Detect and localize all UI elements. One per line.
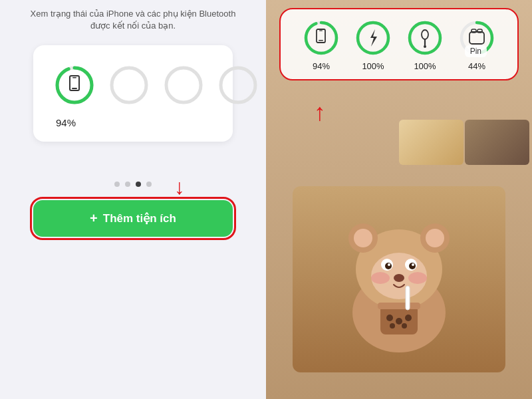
svg-point-18 (422, 30, 428, 39)
battery-circle-left (108, 64, 150, 106)
arrow-down-icon: ↓ (174, 175, 185, 200)
svg-point-45 (386, 315, 393, 321)
left-panel: Xem trạng thái của iPhone và các phụ kiệ… (0, 0, 266, 399)
svg-point-39 (371, 272, 390, 284)
widget-airpod-left-pct: 100% (362, 61, 384, 71)
svg-rect-25 (477, 29, 482, 33)
svg-point-7 (221, 68, 255, 102)
add-widget-button[interactable]: + Thêm tiện ích (33, 200, 233, 237)
battery-widget: 94% 100% (279, 8, 519, 80)
svg-point-46 (396, 318, 402, 325)
svg-point-47 (405, 315, 412, 321)
svg-rect-24 (471, 29, 476, 33)
right-panel: 94% 100% (266, 0, 532, 399)
svg-point-29 (354, 229, 372, 247)
battery-card: 94% (33, 45, 233, 142)
battery-circle-iphone (53, 64, 96, 106)
arrow-up-icon: ↑ (314, 98, 326, 126)
thumbnail-1 (399, 120, 464, 165)
battery-icons-row (53, 64, 259, 106)
battery-circle-right (162, 64, 205, 106)
dots-row: ↓ (114, 182, 152, 187)
add-button-label: Thêm tiện ích (103, 211, 176, 225)
widget-airpod-right-pct: 100% (414, 61, 436, 71)
svg-point-6 (166, 68, 201, 102)
svg-point-48 (390, 323, 395, 329)
svg-rect-3 (72, 88, 77, 89)
dot-1 (114, 182, 120, 187)
add-plus-icon: + (90, 211, 98, 226)
svg-point-31 (426, 229, 444, 247)
svg-point-38 (412, 263, 414, 266)
bear-illustration (293, 186, 505, 372)
widget-case-pct: 44% (468, 61, 485, 71)
battery-percent-label: 94% (56, 117, 76, 128)
svg-point-40 (408, 272, 427, 284)
dot-2 (125, 182, 130, 187)
widget-iphone: 94% (302, 19, 340, 71)
widget-airpod-right: 100% (406, 19, 444, 71)
svg-point-41 (394, 274, 404, 282)
left-description: Xem trạng thái của iPhone và các phụ kiệ… (0, 0, 266, 45)
svg-point-37 (388, 263, 390, 266)
dot-4 (146, 182, 152, 187)
thumbnail-2 (465, 120, 529, 165)
widget-airpod-left: 100% (354, 19, 392, 71)
battery-circle-case (217, 64, 259, 106)
bear-svg (332, 206, 466, 352)
svg-rect-44 (406, 286, 410, 310)
svg-point-1 (57, 68, 92, 102)
svg-rect-4 (72, 77, 76, 78)
svg-point-5 (112, 68, 146, 102)
svg-marker-15 (370, 29, 377, 47)
svg-rect-23 (469, 32, 484, 44)
svg-point-17 (410, 23, 440, 53)
svg-point-9 (306, 23, 336, 53)
svg-rect-43 (378, 303, 420, 309)
pin-label: Pin (465, 45, 487, 57)
svg-rect-12 (319, 31, 323, 31)
widget-iphone-pct: 94% (313, 61, 330, 71)
svg-rect-11 (319, 40, 323, 41)
svg-point-20 (424, 45, 426, 48)
dot-3-active (136, 182, 141, 187)
svg-point-49 (402, 323, 407, 329)
right-background: 94% 100% (266, 0, 532, 399)
